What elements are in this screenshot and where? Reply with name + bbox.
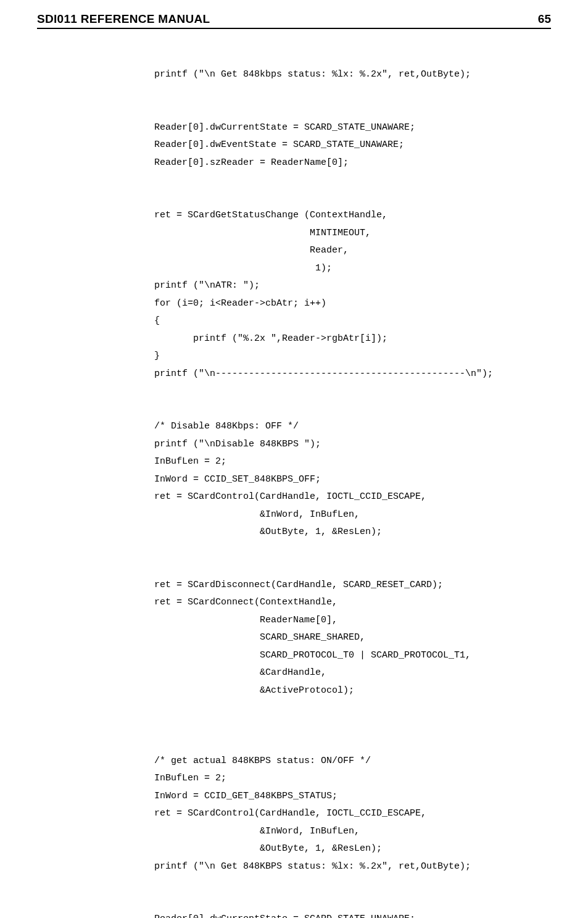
title-part2: EFERENCE bbox=[89, 12, 155, 25]
page-number: 65 bbox=[538, 12, 551, 26]
page-header: SDI011 REFERENCE MANUAL 65 bbox=[37, 12, 551, 29]
document-title: SDI011 REFERENCE MANUAL bbox=[37, 12, 210, 26]
title-part4: ANUAL bbox=[168, 12, 210, 25]
title-part3: M bbox=[158, 12, 168, 25]
page: SDI011 REFERENCE MANUAL 65 printf ("\n G… bbox=[0, 0, 588, 918]
code-listing: printf ("\n Get 848kbps status: %lx: %.2… bbox=[37, 66, 551, 918]
title-part1: SDI011 R bbox=[37, 12, 89, 25]
